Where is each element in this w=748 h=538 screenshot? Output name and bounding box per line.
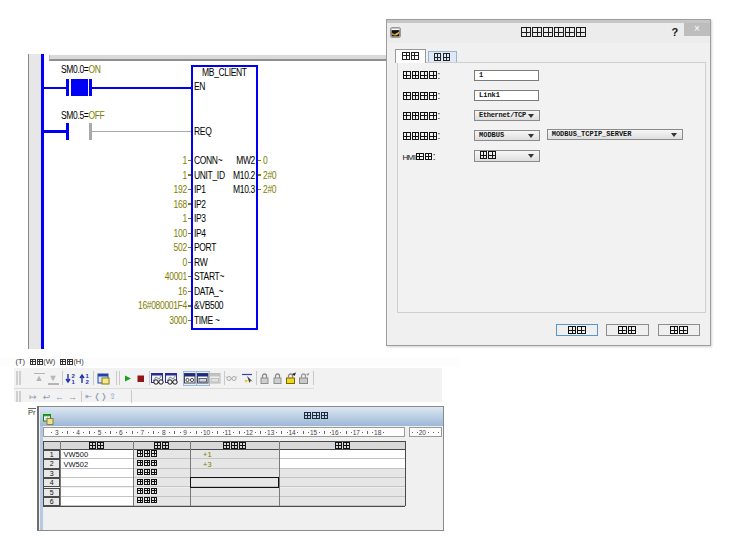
svg-text:1: 1 bbox=[71, 379, 75, 385]
svg-text:2: 2 bbox=[86, 379, 90, 385]
